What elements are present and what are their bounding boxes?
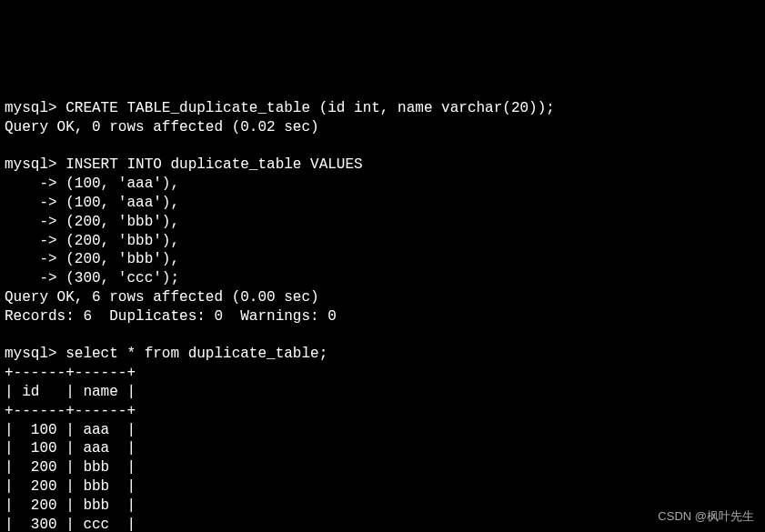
insert-value-line: -> (300, 'ccc'); [5, 270, 179, 286]
table-row-line: | 100 | aaa | [5, 422, 136, 438]
query-ok-line: Query OK, 0 rows affected (0.02 sec) [5, 119, 319, 136]
mysql-select-line: mysql> select * from duplicate_table; [5, 346, 327, 362]
table-row-line: | 200 | bbb | [5, 497, 136, 514]
terminal-output: mysql> CREATE TABLE_duplicate_table (id … [5, 80, 760, 532]
table-header-line: | id | name | [5, 384, 136, 400]
insert-value-line: -> (100, 'aaa'), [5, 176, 179, 192]
insert-value-line: -> (200, 'bbb'), [5, 251, 179, 267]
table-row-line: | 300 | ccc | [5, 517, 136, 532]
insert-value-line: -> (200, 'bbb'), [5, 233, 179, 249]
table-border-line: +------+------+ [5, 403, 136, 419]
records-summary-line: Records: 6 Duplicates: 0 Warnings: 0 [5, 308, 337, 325]
table-border-line: +------+------+ [5, 365, 136, 381]
mysql-insert-line: mysql> INSERT INTO duplicate_table VALUE… [5, 156, 363, 173]
table-row-line: | 200 | bbb | [5, 459, 136, 476]
watermark-text: CSDN @枫叶先生 [658, 509, 754, 525]
table-row-line: | 200 | bbb | [5, 478, 136, 495]
mysql-create-table-line: mysql> CREATE TABLE_duplicate_table (id … [5, 100, 555, 116]
query-ok-line: Query OK, 6 rows affected (0.00 sec) [5, 289, 319, 306]
table-row-line: | 100 | aaa | [5, 440, 136, 457]
insert-value-line: -> (200, 'bbb'), [5, 214, 179, 230]
insert-value-line: -> (100, 'aaa'), [5, 195, 179, 211]
